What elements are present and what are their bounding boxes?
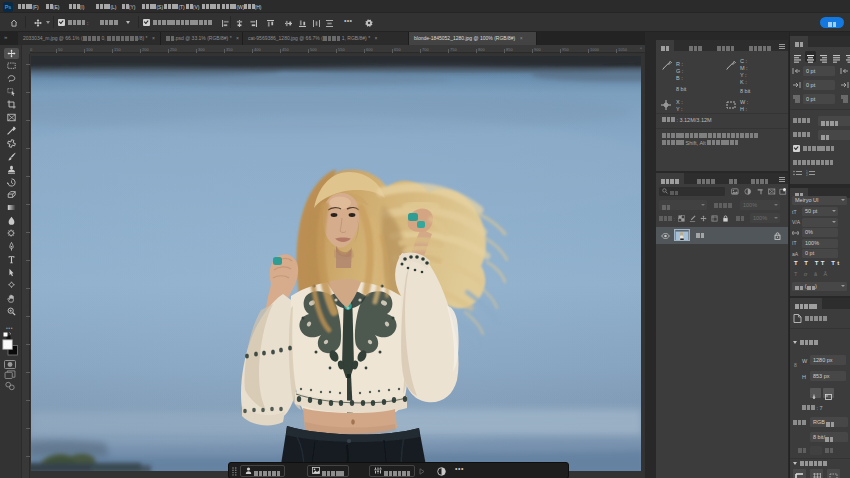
svg-text:2.: 2. (806, 173, 809, 177)
